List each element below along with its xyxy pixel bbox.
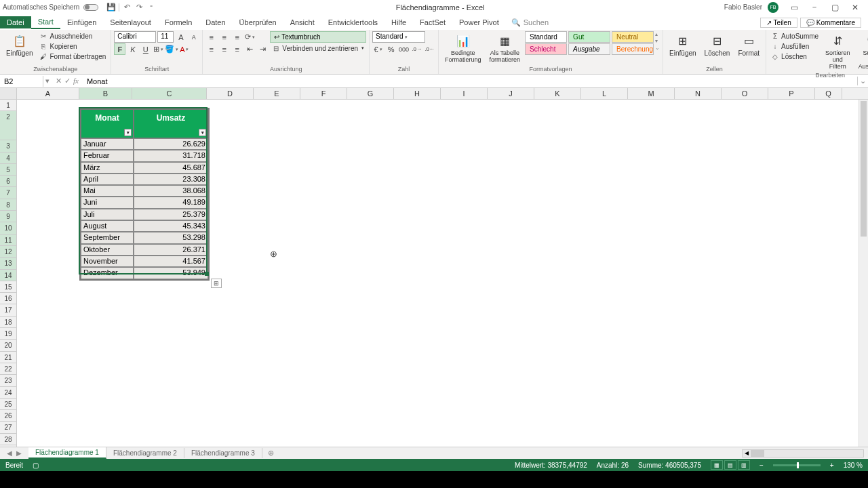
sheet-tab-1[interactable]: Flächendiagramme 1 bbox=[28, 447, 106, 459]
row-header[interactable]: 5 bbox=[0, 164, 16, 176]
cell-umsatz[interactable]: 23.308 bbox=[134, 174, 208, 185]
expand-formula-bar[interactable]: ⌄ bbox=[857, 77, 868, 85]
align-top-icon[interactable]: ≡ bbox=[205, 31, 217, 43]
row-header[interactable]: 27 bbox=[0, 422, 16, 433]
thousands-icon[interactable]: 000 bbox=[398, 43, 410, 55]
align-right-icon[interactable]: ≡ bbox=[231, 43, 243, 55]
tab-seitenlayout[interactable]: Seitenlayout bbox=[103, 16, 158, 28]
cut-button[interactable]: ✂Ausschneiden bbox=[37, 31, 108, 41]
row-header[interactable]: 2 bbox=[0, 111, 16, 140]
table-row[interactable]: Februar31.718 bbox=[81, 150, 208, 161]
insert-cells-button[interactable]: ⊞Einfügen bbox=[666, 31, 699, 59]
table-row[interactable]: Mai38.068 bbox=[81, 185, 208, 197]
tab-factset[interactable]: FactSet bbox=[413, 16, 452, 28]
cell-umsatz[interactable]: 25.379 bbox=[134, 209, 208, 220]
row-header[interactable]: 22 bbox=[0, 363, 16, 375]
table-header-umsatz[interactable]: Umsatz ▾ bbox=[134, 109, 208, 138]
table-row[interactable]: April23.308 bbox=[81, 174, 208, 185]
maximize-button[interactable]: ▢ bbox=[825, 1, 845, 14]
row-header[interactable]: 19 bbox=[0, 328, 16, 340]
row-header[interactable]: 10 bbox=[0, 222, 16, 234]
increase-font-icon[interactable]: A bbox=[175, 31, 186, 43]
col-header-o[interactable]: O bbox=[722, 88, 768, 99]
italic-button[interactable]: K bbox=[127, 43, 138, 55]
grid[interactable]: Monat ▾ Umsatz ▾ Januar26.629Februar31.7… bbox=[17, 100, 868, 447]
delete-cells-button[interactable]: ⊟Löschen bbox=[701, 31, 734, 59]
style-standard[interactable]: Standard bbox=[525, 31, 567, 43]
sort-filter-button[interactable]: ⇵Sortieren und Filtern bbox=[822, 31, 854, 72]
row-header[interactable]: 20 bbox=[0, 340, 16, 351]
bold-button[interactable]: F bbox=[114, 43, 125, 55]
row-header[interactable]: 17 bbox=[0, 304, 16, 316]
col-header-g[interactable]: G bbox=[347, 88, 394, 99]
style-ausgabe[interactable]: Ausgabe bbox=[568, 43, 610, 55]
macro-record-icon[interactable]: ▢ bbox=[33, 462, 39, 469]
percent-icon[interactable]: % bbox=[385, 43, 397, 55]
cell-monat[interactable]: Dezember bbox=[81, 267, 134, 279]
tab-ueberpruefen[interactable]: Überprüfen bbox=[233, 16, 283, 28]
table-row[interactable]: März45.687 bbox=[81, 162, 208, 174]
qat-customize-icon[interactable]: ⁼ bbox=[146, 3, 156, 12]
col-header-h[interactable]: H bbox=[394, 88, 441, 99]
view-page-layout-icon[interactable]: ▤ bbox=[724, 460, 736, 470]
row-header[interactable]: 1 bbox=[0, 100, 16, 111]
autosave-toggle[interactable] bbox=[83, 4, 98, 11]
add-sheet-button[interactable]: ⊕ bbox=[262, 449, 279, 458]
cell-monat[interactable]: April bbox=[81, 174, 134, 185]
merge-button[interactable]: ⊟Verbinden und zentrieren▾ bbox=[270, 43, 366, 53]
cell-umsatz[interactable]: 49.189 bbox=[134, 197, 208, 208]
quick-analysis-button[interactable]: ⊞ bbox=[211, 279, 222, 288]
name-box-dropdown[interactable]: ▾ bbox=[43, 77, 52, 85]
row-header[interactable]: 21 bbox=[0, 352, 16, 363]
conditional-format-button[interactable]: 📊Bedingte Formatierung bbox=[441, 31, 485, 65]
paste-button[interactable]: 📋 Einfügen bbox=[3, 31, 36, 59]
decrease-indent-icon[interactable]: ⇤ bbox=[244, 43, 256, 55]
row-header[interactable]: 24 bbox=[0, 387, 16, 399]
align-bottom-icon[interactable]: ≡ bbox=[231, 31, 243, 43]
format-cells-button[interactable]: ▭Format bbox=[734, 31, 763, 59]
share-button[interactable]: ↗Teilen bbox=[760, 18, 797, 28]
col-header-d[interactable]: D bbox=[207, 88, 254, 99]
cell-umsatz[interactable]: 31.718 bbox=[134, 150, 208, 161]
cell-umsatz[interactable]: 45.687 bbox=[134, 162, 208, 174]
find-select-button[interactable]: 🔍Suchen und Auswählen bbox=[855, 31, 868, 72]
row-header[interactable]: 9 bbox=[0, 211, 16, 222]
row-header[interactable]: 6 bbox=[0, 176, 16, 187]
sheet-tab-3[interactable]: Flächendiagramme 3 bbox=[184, 448, 262, 458]
decrease-font-icon[interactable]: A bbox=[188, 31, 199, 43]
table-row[interactable]: September53.298 bbox=[81, 232, 208, 243]
fill-color-button[interactable]: 🪣 bbox=[165, 43, 177, 55]
table-row[interactable]: Dezember53.949 bbox=[81, 267, 208, 279]
tab-ansicht[interactable]: Ansicht bbox=[283, 16, 321, 28]
row-header[interactable]: 11 bbox=[0, 235, 16, 246]
table-row[interactable]: November41.567 bbox=[81, 256, 208, 267]
col-header-n[interactable]: N bbox=[675, 88, 722, 99]
col-header-p[interactable]: P bbox=[768, 88, 815, 99]
zoom-out-button[interactable]: − bbox=[760, 462, 764, 469]
zoom-level[interactable]: 130 % bbox=[844, 462, 863, 469]
row-header[interactable]: 15 bbox=[0, 281, 16, 293]
cell-monat[interactable]: Januar bbox=[81, 138, 134, 150]
sheet-nav-left-icon[interactable]: ◀ bbox=[7, 449, 12, 457]
view-page-break-icon[interactable]: ▥ bbox=[738, 460, 750, 470]
user-avatar[interactable]: FB bbox=[768, 2, 778, 13]
tab-start[interactable]: Start bbox=[31, 16, 60, 29]
accept-formula-icon[interactable]: ✓ bbox=[64, 77, 71, 85]
row-header[interactable]: 8 bbox=[0, 199, 16, 211]
undo-icon[interactable]: ↶ bbox=[122, 3, 132, 12]
col-header-q[interactable]: Q bbox=[815, 88, 842, 99]
close-button[interactable]: ✕ bbox=[845, 1, 865, 14]
increase-decimal-icon[interactable]: .0→ bbox=[411, 43, 422, 55]
row-header[interactable]: 16 bbox=[0, 293, 16, 304]
row-header[interactable]: 4 bbox=[0, 152, 16, 164]
styles-more-icon[interactable]: ⌄ bbox=[655, 45, 660, 51]
underline-button[interactable]: U bbox=[140, 43, 151, 55]
decrease-decimal-icon[interactable]: .0← bbox=[424, 43, 435, 55]
filter-monat-button[interactable]: ▾ bbox=[124, 129, 132, 136]
sheet-nav-right-icon[interactable]: ▶ bbox=[16, 449, 22, 457]
cancel-formula-icon[interactable]: ✕ bbox=[56, 77, 62, 85]
style-neutral[interactable]: Neutral bbox=[612, 31, 654, 43]
font-name-select[interactable]: Calibri bbox=[114, 31, 156, 43]
col-header-e[interactable]: E bbox=[254, 88, 300, 99]
align-center-icon[interactable]: ≡ bbox=[218, 43, 230, 55]
